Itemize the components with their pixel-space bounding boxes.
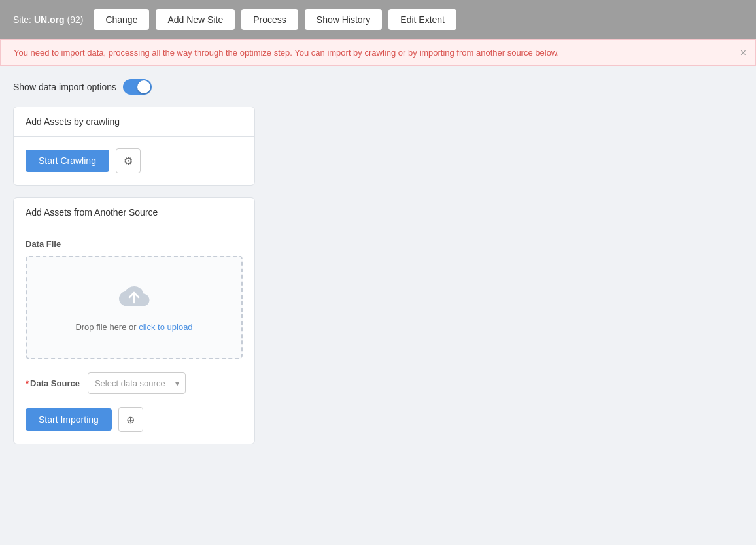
import-info-button[interactable]: ⊕ [118, 407, 143, 432]
show-import-toggle[interactable] [123, 79, 152, 95]
site-label: Site: UN.org (92) [13, 14, 83, 25]
alert-close-button[interactable]: × [740, 48, 746, 58]
cloud-upload-icon [40, 283, 228, 316]
source-card: Add Assets from Another Source Data File… [13, 197, 255, 444]
data-file-label: Data File [26, 239, 243, 249]
toggle-label: Show data import options [13, 82, 116, 92]
toggle-row: Show data import options [13, 79, 743, 95]
toggle-thumb [137, 80, 150, 93]
crawl-card-body: Start Crawling ⚙ [14, 137, 254, 185]
site-count: (92) [67, 14, 83, 25]
header: Site: UN.org (92) Change Add New Site Pr… [0, 0, 756, 39]
start-importing-button[interactable]: Start Importing [26, 408, 112, 431]
source-card-body: Data File Drop file here or click to upl… [14, 227, 254, 444]
data-source-select-wrapper: Select data source [88, 372, 186, 394]
crawl-buttons: Start Crawling ⚙ [26, 148, 243, 173]
data-source-select[interactable]: Select data source [88, 372, 186, 394]
info-circle-icon: ⊕ [126, 414, 135, 426]
crawl-card: Add Assets by crawling Start Crawling ⚙ [13, 107, 255, 186]
change-button[interactable]: Change [94, 9, 149, 30]
source-card-title: Add Assets from Another Source [14, 198, 254, 227]
data-source-label: *Data Source [26, 378, 80, 388]
required-star: * [26, 378, 29, 388]
crawl-settings-button[interactable]: ⚙ [116, 148, 141, 173]
site-name: UN.org [34, 14, 65, 25]
process-button[interactable]: Process [241, 9, 298, 30]
gear-icon: ⚙ [124, 155, 133, 167]
start-crawling-button[interactable]: Start Crawling [26, 150, 109, 172]
alert-banner: You need to import data, processing all … [0, 39, 756, 66]
alert-message: You need to import data, processing all … [14, 48, 559, 58]
main-content: Show data import options Add Assets by c… [0, 66, 756, 469]
import-buttons: Start Importing ⊕ [26, 407, 243, 432]
crawl-card-title: Add Assets by crawling [14, 107, 254, 137]
upload-text: Drop file here or click to upload [40, 322, 228, 332]
data-source-row: *Data Source Select data source [26, 372, 243, 394]
add-new-site-button[interactable]: Add New Site [156, 9, 235, 30]
upload-link[interactable]: click to upload [139, 322, 192, 332]
upload-zone[interactable]: Drop file here or click to upload [26, 256, 243, 359]
edit-extent-button[interactable]: Edit Extent [388, 9, 456, 30]
show-history-button[interactable]: Show History [305, 9, 382, 30]
